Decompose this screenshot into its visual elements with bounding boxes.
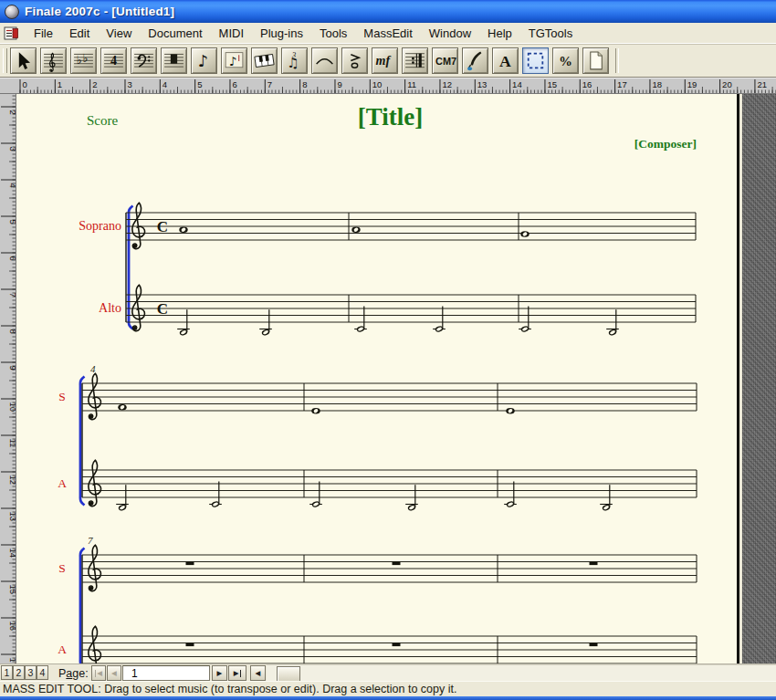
- half-note[interactable]: [433, 307, 446, 333]
- mirror-tool-button[interactable]: %: [552, 47, 579, 74]
- menu-item-view[interactable]: View: [98, 25, 140, 42]
- page-quick-button-4[interactable]: 4: [37, 665, 48, 680]
- bass-clef-icon: [132, 49, 155, 72]
- repeat-tool-button[interactable]: [402, 47, 428, 74]
- whole-note[interactable]: [520, 231, 529, 236]
- selection-tool-button[interactable]: [10, 47, 37, 74]
- text-tool-button[interactable]: A: [492, 47, 519, 74]
- expression-tool-button[interactable]: mf: [372, 47, 398, 74]
- measure-tool-button[interactable]: [161, 47, 187, 74]
- whole-note[interactable]: [179, 227, 187, 233]
- tuplet-tool-button[interactable]: 3♫: [281, 47, 308, 74]
- staff-tool-button[interactable]: [40, 47, 67, 74]
- scroll-left-button[interactable]: ◀: [250, 665, 266, 681]
- half-note[interactable]: [309, 482, 322, 508]
- previous-page-button[interactable]: ◀: [107, 665, 121, 681]
- whole-rest[interactable]: [393, 562, 401, 566]
- svg-text:11: 11: [8, 439, 16, 448]
- hyperscribe-tool-button[interactable]: [251, 47, 278, 74]
- whole-note[interactable]: [506, 408, 514, 413]
- svg-text:4: 4: [163, 79, 167, 89]
- half-note[interactable]: [354, 307, 367, 333]
- half-note[interactable]: [504, 482, 517, 508]
- menu-item-file[interactable]: File: [26, 25, 61, 42]
- time-signature: C: [157, 300, 168, 318]
- horizontal-scrollbar[interactable]: [267, 664, 776, 683]
- staff-label[interactable]: S: [58, 390, 66, 403]
- key-signature-tool-button[interactable]: ♭♭: [70, 47, 97, 74]
- half-note[interactable]: [209, 482, 222, 508]
- svg-text:A: A: [499, 52, 511, 70]
- measure-number: 7: [88, 535, 93, 546]
- time-signature-tool-button[interactable]: 4: [100, 47, 127, 74]
- staff-system: SopranoCAltoC: [79, 203, 696, 336]
- slur-icon: [313, 49, 336, 72]
- mass-edit-tool-button[interactable]: [522, 47, 549, 74]
- whole-rest[interactable]: [186, 643, 194, 647]
- whole-note[interactable]: [118, 404, 126, 410]
- whole-rest[interactable]: [186, 562, 194, 566]
- page-quick-button-3[interactable]: 3: [25, 665, 37, 680]
- score-document-icon[interactable]: [4, 26, 19, 40]
- smart-shape-tool-button[interactable]: [311, 47, 338, 74]
- staff-system: 7SA: [58, 535, 697, 664]
- simple-entry-tool-button[interactable]: ♪: [191, 47, 217, 74]
- half-note[interactable]: [519, 307, 531, 333]
- page-layout-tool-button[interactable]: [582, 47, 609, 74]
- menu-item-massedit[interactable]: MassEdit: [355, 25, 420, 42]
- staff-label[interactable]: A: [58, 476, 67, 490]
- menu-item-window[interactable]: Window: [421, 25, 479, 42]
- articulation-tool-button[interactable]: [341, 47, 368, 74]
- menu-item-midi[interactable]: MIDI: [211, 25, 252, 42]
- menu-item-document[interactable]: Document: [140, 25, 210, 42]
- whole-note[interactable]: [311, 408, 320, 413]
- vertical-ruler: 234567891011121314151617: [0, 94, 16, 663]
- next-page-button[interactable]: ▶: [212, 665, 227, 681]
- treble-clef-icon: [89, 460, 101, 506]
- half-note[interactable]: [116, 485, 129, 511]
- whole-rest[interactable]: [590, 562, 598, 566]
- window-bottom-border: [0, 696, 776, 700]
- staff-label[interactable]: Alto: [99, 301, 121, 315]
- svg-text:5: 5: [197, 79, 202, 89]
- desktop-background: [742, 94, 776, 663]
- page-number-input[interactable]: [122, 665, 210, 681]
- staff-label[interactable]: Soprano: [79, 219, 121, 233]
- menu-item-tgtools[interactable]: TGTools: [520, 25, 581, 42]
- first-page-button[interactable]: ◀: [91, 665, 106, 681]
- whole-note[interactable]: [351, 227, 360, 233]
- half-note[interactable]: [606, 309, 619, 336]
- speedy-entry-tool-button[interactable]: ♪: [221, 47, 247, 74]
- clef-tool-button[interactable]: [131, 47, 157, 74]
- chord-tool-button[interactable]: CM7: [432, 47, 458, 74]
- page-quick-button-1[interactable]: 1: [1, 665, 13, 680]
- svg-text:17: 17: [617, 79, 627, 89]
- whole-rest[interactable]: [393, 643, 401, 647]
- menu-item-plug-ins[interactable]: Plug-ins: [252, 25, 311, 42]
- svg-text:7: 7: [267, 79, 272, 89]
- menu-item-edit[interactable]: Edit: [61, 25, 98, 42]
- svg-text:8: 8: [8, 329, 16, 334]
- staff-label[interactable]: A: [58, 643, 67, 656]
- title-bar[interactable]: Finale 2007c - [Untitled1]: [0, 0, 776, 23]
- last-page-button[interactable]: ▶: [228, 665, 246, 681]
- page-quick-button-2[interactable]: 2: [13, 665, 25, 680]
- menu-item-tools[interactable]: Tools: [311, 25, 355, 42]
- staff-label[interactable]: S: [58, 561, 66, 575]
- toolbar-grip[interactable]: [3, 48, 7, 73]
- half-note[interactable]: [177, 309, 190, 336]
- page-navigation-bar: Page: 1234◀◀▶▶◀: [0, 663, 776, 681]
- horizontal-scrollbar-thumb[interactable]: [277, 666, 300, 682]
- svg-text:6: 6: [232, 79, 236, 89]
- half-note[interactable]: [405, 485, 418, 511]
- menu-item-help[interactable]: Help: [479, 25, 520, 42]
- treble-clef-icon: [89, 545, 101, 590]
- lyrics-tool-button[interactable]: [462, 47, 488, 74]
- score-canvas[interactable]: SopranoCAltoC4SA7SA: [16, 94, 739, 664]
- svg-text:6: 6: [8, 256, 16, 261]
- eighth-note-icon: ♪: [193, 49, 215, 72]
- half-note[interactable]: [600, 485, 613, 511]
- half-note[interactable]: [259, 309, 272, 336]
- accent-icon: [343, 49, 366, 72]
- whole-rest[interactable]: [590, 643, 598, 647]
